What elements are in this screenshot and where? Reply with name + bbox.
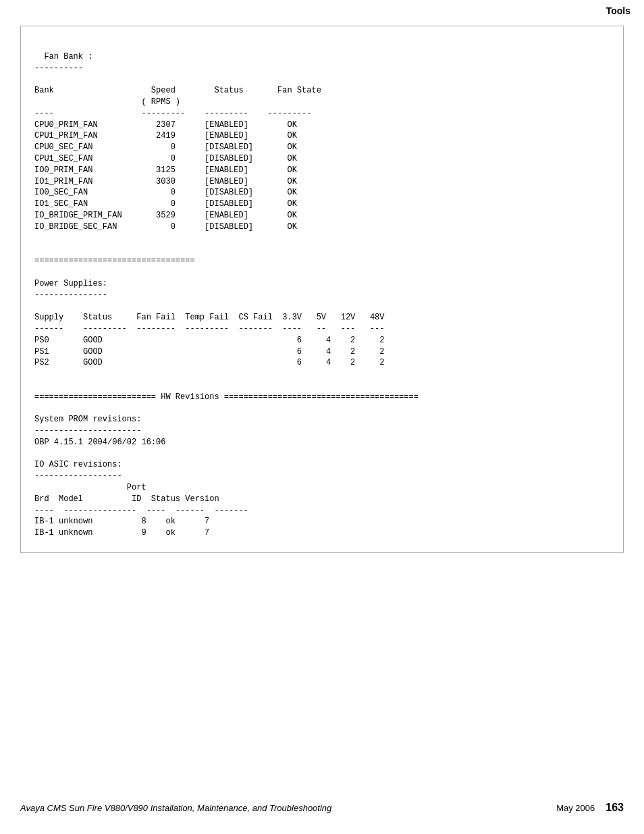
top-bar: Tools — [0, 0, 644, 19]
footer-right: May 2006 163 — [556, 802, 624, 814]
tools-label: Tools — [606, 5, 630, 16]
main-content: Fan Bank : ---------- Bank Speed Status … — [20, 26, 624, 553]
footer: Avaya CMS Sun Fire V880/V890 Installatio… — [20, 802, 624, 814]
content-text: Fan Bank : ---------- Bank Speed Status … — [34, 52, 419, 538]
footer-title: Avaya CMS Sun Fire V880/V890 Installatio… — [20, 803, 331, 813]
footer-page: 163 — [606, 802, 624, 814]
footer-date: May 2006 — [556, 803, 595, 813]
